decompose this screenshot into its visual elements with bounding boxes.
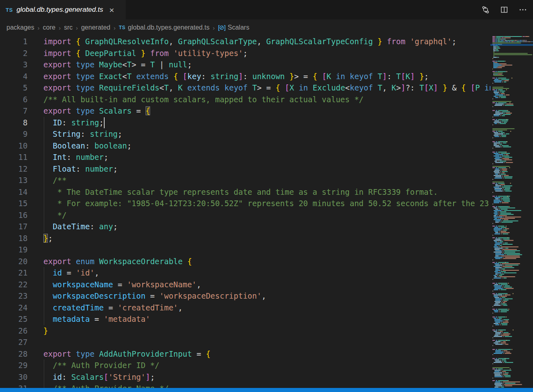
close-tab-icon[interactable]: × <box>109 6 114 14</box>
code-text: import { DeepPartial } from 'utility-typ… <box>43 47 247 59</box>
code-line[interactable]: 1import { GraphQLResolveInfo, GraphQLSca… <box>0 36 490 47</box>
more-actions-icon[interactable] <box>518 5 527 14</box>
code-line[interactable]: 10 Boolean: boolean; <box>0 140 490 152</box>
line-number[interactable]: 1 <box>0 36 28 47</box>
code-line[interactable]: 29 /** Auth Provider ID */ <box>0 360 490 371</box>
line-number[interactable]: 2 <box>0 47 28 59</box>
code-line[interactable]: 25 metadata = 'metadata' <box>0 313 490 325</box>
code-line[interactable]: 14 * The DateTime scalar type represents… <box>0 186 490 198</box>
code-line[interactable]: 26} <box>0 325 490 337</box>
line-number[interactable]: 13 <box>0 174 28 186</box>
line-number[interactable]: 26 <box>0 325 28 337</box>
line-number[interactable]: 10 <box>0 140 28 152</box>
breadcrumb-item-generated[interactable]: generated <box>81 24 110 31</box>
code-text: export type RequireFields<T, K extends k… <box>43 82 490 94</box>
status-bar-strip <box>0 388 533 392</box>
line-number[interactable]: 14 <box>0 186 28 198</box>
code-line[interactable]: 4export type Exact<T extends { [key: str… <box>0 71 490 82</box>
code-text: String: string; <box>43 128 123 140</box>
code-line[interactable]: 17 DateTime: any; <box>0 221 490 233</box>
symbol-type-icon: [⊘] <box>218 24 225 31</box>
split-editor-icon[interactable] <box>500 5 509 14</box>
line-number[interactable]: 15 <box>0 198 28 209</box>
breadcrumb-item-core[interactable]: core <box>43 24 56 31</box>
code-text: /** <box>43 174 67 186</box>
line-number[interactable]: 19 <box>0 244 28 256</box>
line-number[interactable]: 6 <box>0 94 28 106</box>
code-line[interactable]: 13 /** <box>0 174 490 186</box>
code-line[interactable]: 22 workspaceName = 'workspaceName', <box>0 279 490 291</box>
breadcrumb-item-symbol[interactable]: [⊘] Scalars <box>218 24 249 31</box>
code-line[interactable]: 11 Int: number; <box>0 151 490 163</box>
breadcrumb-item-packages[interactable]: packages <box>6 24 34 31</box>
code-line[interactable]: 8 ID: string; <box>0 117 490 129</box>
line-number[interactable]: 31 <box>0 383 28 388</box>
code-line[interactable]: 5export type RequireFields<T, K extends … <box>0 82 490 94</box>
line-number[interactable]: 21 <box>0 267 28 279</box>
line-number[interactable]: 5 <box>0 82 28 94</box>
text-cursor <box>104 117 105 128</box>
typescript-file-icon: TS <box>119 25 125 30</box>
code-text: workspaceName = 'workspaceName', <box>43 279 201 291</box>
line-number[interactable]: 24 <box>0 302 28 314</box>
chevron-right-icon: › <box>75 24 78 31</box>
code-line[interactable]: 2import { DeepPartial } from 'utility-ty… <box>0 47 490 59</box>
code-line[interactable]: 9 String: string; <box>0 128 490 140</box>
line-number[interactable]: 4 <box>0 71 28 82</box>
code-text: export type Scalars = { <box>43 105 150 117</box>
line-number[interactable]: 30 <box>0 371 28 383</box>
line-number[interactable]: 7 <box>0 105 28 117</box>
code-line[interactable]: 28export type AddAuthProviderInput = { <box>0 348 490 360</box>
line-number[interactable]: 3 <box>0 59 28 71</box>
line-number[interactable]: 27 <box>0 336 28 348</box>
compare-changes-icon[interactable] <box>481 5 490 14</box>
line-number[interactable]: 25 <box>0 313 28 325</box>
line-number[interactable]: 8 <box>0 117 28 129</box>
code-line[interactable]: 27 <box>0 336 490 348</box>
breadcrumb-item-src[interactable]: src <box>64 24 73 31</box>
minimap[interactable] <box>490 36 533 388</box>
code-area[interactable]: 1import { GraphQLResolveInfo, GraphQLSca… <box>0 36 490 388</box>
chevron-right-icon: › <box>113 24 116 31</box>
code-line[interactable]: 3export type Maybe<T> = T | null; <box>0 59 490 71</box>
line-number[interactable]: 20 <box>0 256 28 267</box>
code-line[interactable]: 16 */ <box>0 209 490 221</box>
breadcrumb-symbol-label: Scalars <box>228 24 249 31</box>
code-line[interactable]: 18}; <box>0 233 490 244</box>
code-line[interactable]: 19 <box>0 244 490 256</box>
line-number[interactable]: 22 <box>0 279 28 291</box>
line-number[interactable]: 29 <box>0 360 28 371</box>
code-text: export type AddAuthProviderInput = { <box>43 348 211 360</box>
code-line[interactable]: 21 id = 'id', <box>0 267 490 279</box>
chevron-right-icon: › <box>212 24 215 31</box>
line-number[interactable]: 9 <box>0 128 28 140</box>
code-line[interactable]: 24 createdTime = 'createdTime', <box>0 302 490 314</box>
code-line[interactable]: 6/** All built-in and custom scalars, ma… <box>0 94 490 106</box>
code-text: * For example: "1985-04-12T23:20:50.52Z"… <box>43 198 489 209</box>
code-line[interactable]: 15 * For example: "1985-04-12T23:20:50.5… <box>0 198 490 209</box>
code-line[interactable]: 7export type Scalars = { <box>0 105 490 117</box>
line-number[interactable]: 16 <box>0 209 28 221</box>
code-text: Boolean: boolean; <box>43 140 131 152</box>
code-text: /** Auth Provider ID */ <box>43 360 159 371</box>
code-line[interactable]: 23 workspaceDescription = 'workspaceDesc… <box>0 290 490 302</box>
code-line[interactable]: 20export enum WorkspaceOrderable { <box>0 256 490 267</box>
code-text: createdTime = 'createdTime', <box>43 302 183 314</box>
line-number[interactable]: 28 <box>0 348 28 360</box>
code-line[interactable]: 30 id: Scalars['String']; <box>0 371 490 383</box>
line-number[interactable]: 18 <box>0 233 28 244</box>
line-number[interactable]: 23 <box>0 290 28 302</box>
breadcrumb-item-file[interactable]: TS global.db.types.generated.ts <box>119 24 209 31</box>
breadcrumb-file-label: global.db.types.generated.ts <box>128 24 209 31</box>
code-text: /** Auth Provider Name */ <box>43 383 169 388</box>
line-number[interactable]: 17 <box>0 221 28 233</box>
code-text: ID: string; <box>43 117 105 129</box>
code-line[interactable]: 31 /** Auth Provider Name */ <box>0 383 490 388</box>
minimap-canvas[interactable] <box>490 36 533 388</box>
tab-label: global.db.types.generated.ts <box>17 6 103 14</box>
tab-global-db-types[interactable]: TS global.db.types.generated.ts × <box>0 0 126 19</box>
code-line[interactable]: 12 Float: number; <box>0 163 490 175</box>
tab-bar: TS global.db.types.generated.ts × <box>0 0 533 19</box>
line-number[interactable]: 12 <box>0 163 28 175</box>
line-number[interactable]: 11 <box>0 151 28 163</box>
